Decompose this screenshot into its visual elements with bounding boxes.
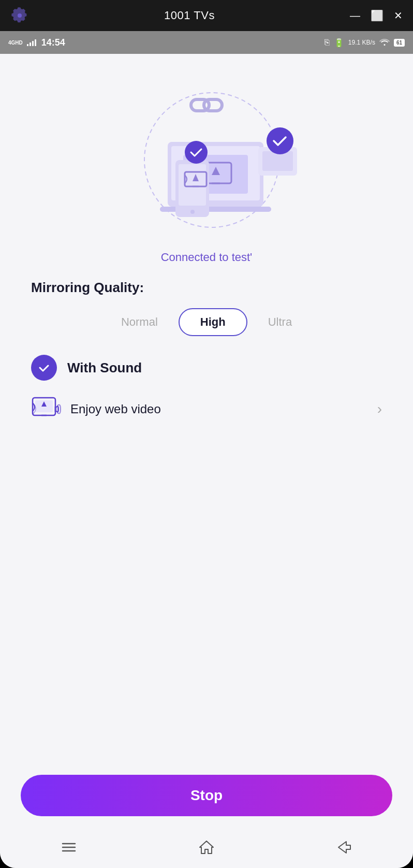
svg-rect-2 xyxy=(204,99,222,111)
close-button[interactable]: ✕ xyxy=(394,10,403,21)
svg-point-18 xyxy=(185,141,208,164)
svg-rect-17 xyxy=(262,151,293,171)
maximize-button[interactable]: ⬜ xyxy=(371,10,384,21)
app-title: 1001 TVs xyxy=(164,9,215,22)
app-window: 1001 TVs — ⬜ ✕ 4GHD 14:54 ⎘ 🔋 19.1 KB/s xyxy=(0,0,413,868)
home-icon xyxy=(198,839,215,856)
title-bar-left xyxy=(10,6,29,25)
back-nav-button[interactable] xyxy=(326,834,363,861)
illustration-area xyxy=(0,54,413,251)
signal-strength-icon xyxy=(27,39,36,46)
enjoy-web-video-icon xyxy=(31,396,62,422)
quality-high-button[interactable]: High xyxy=(179,308,247,336)
status-bar: 4GHD 14:54 ⎘ 🔋 19.1 KB/s 61 xyxy=(0,31,413,54)
back-icon xyxy=(336,839,352,856)
with-sound-label: With Sound xyxy=(67,360,142,376)
quality-selector: Normal High Ultra xyxy=(31,308,382,336)
settings-icon[interactable] xyxy=(10,6,29,25)
enjoy-web-video-row[interactable]: Enjoy web video › xyxy=(21,396,392,422)
status-right: ⎘ 🔋 19.1 KB/s 61 xyxy=(325,37,405,48)
with-sound-checkbox[interactable] xyxy=(31,355,57,381)
quality-normal-button[interactable]: Normal xyxy=(100,308,179,336)
svg-rect-11 xyxy=(179,164,206,206)
connected-status-text: Connected to test' xyxy=(161,251,253,264)
home-nav-button[interactable] xyxy=(188,834,225,861)
wifi-icon xyxy=(379,37,390,48)
app-content: Connected to test' Mirroring Quality: No… xyxy=(0,54,413,868)
menu-nav-button[interactable] xyxy=(50,834,87,861)
with-sound-row[interactable]: With Sound xyxy=(21,355,392,381)
enjoy-left: Enjoy web video xyxy=(31,396,161,422)
connected-devices-illustration xyxy=(108,75,305,240)
network-type-label: 4GHD xyxy=(8,40,23,46)
stop-button[interactable]: Stop xyxy=(21,775,392,816)
network-speed-label: 19.1 KB/s xyxy=(348,39,375,46)
bottom-navigation xyxy=(0,827,413,868)
title-bar-controls: — ⬜ ✕ xyxy=(350,10,403,21)
minimize-button[interactable]: — xyxy=(350,10,360,21)
chevron-right-icon: › xyxy=(377,401,382,417)
title-bar: 1001 TVs — ⬜ ✕ xyxy=(0,0,413,31)
bluetooth-icon: ⎘ xyxy=(325,38,330,47)
clock-display: 14:54 xyxy=(41,37,65,48)
battery-level-display: 61 xyxy=(394,39,405,47)
mirroring-quality-title: Mirroring Quality: xyxy=(0,280,413,296)
device-name-text: test' xyxy=(232,251,253,264)
menu-icon xyxy=(61,839,77,856)
svg-point-19 xyxy=(267,127,293,154)
svg-point-15 xyxy=(190,210,195,214)
status-left: 4GHD 14:54 xyxy=(8,37,65,48)
quality-ultra-button[interactable]: Ultra xyxy=(247,308,313,336)
enjoy-web-video-label: Enjoy web video xyxy=(70,402,161,416)
vibrate-icon: 🔋 xyxy=(334,38,344,48)
